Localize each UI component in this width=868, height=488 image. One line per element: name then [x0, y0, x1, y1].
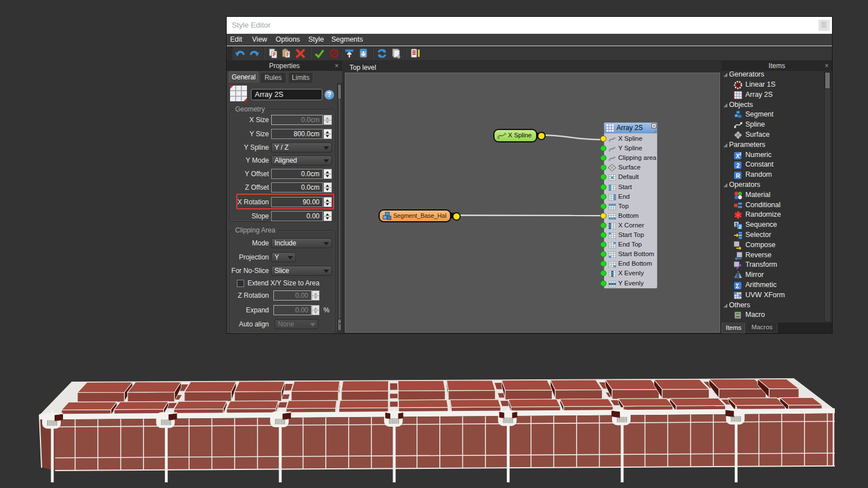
svg-text:2: 2	[739, 152, 741, 156]
svg-text:2: 2	[736, 162, 740, 169]
svg-text:1: 1	[735, 222, 738, 227]
svg-text:2: 2	[739, 224, 741, 230]
svg-text:R: R	[736, 172, 740, 179]
svg-text:Σ: Σ	[736, 283, 740, 289]
